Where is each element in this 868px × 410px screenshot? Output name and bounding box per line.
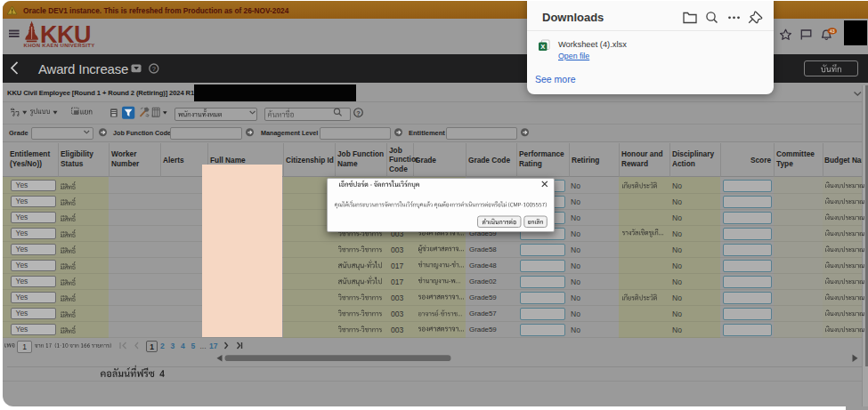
svg-text:X: X <box>540 43 545 51</box>
